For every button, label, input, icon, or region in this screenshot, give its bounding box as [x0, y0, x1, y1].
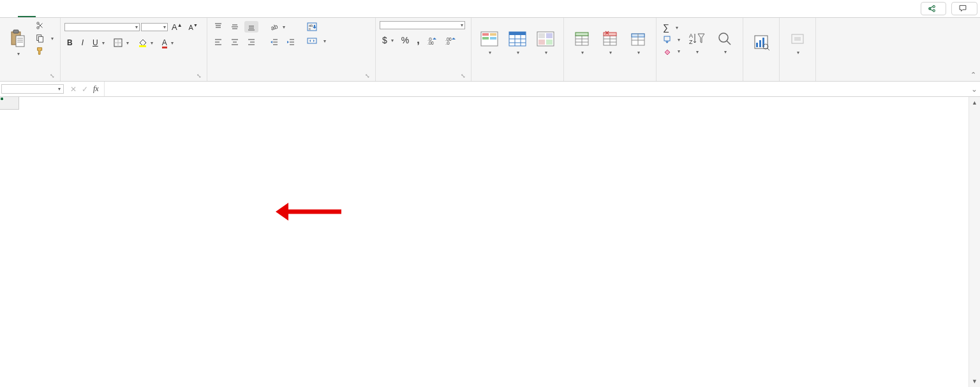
tab-formulas[interactable]: [71, 0, 89, 17]
svg-text:A: A: [689, 33, 693, 39]
scroll-down-icon[interactable]: ▼: [969, 376, 980, 387]
cut-button[interactable]: [33, 20, 56, 31]
accounting-button[interactable]: $▾: [380, 34, 396, 47]
align-middle-button[interactable]: [228, 21, 242, 33]
tab-view[interactable]: [125, 0, 143, 17]
dialog-launcher-icon[interactable]: ⤡: [365, 73, 370, 79]
tab-developer[interactable]: [143, 0, 161, 17]
dialog-launcher-icon[interactable]: ⤡: [461, 73, 466, 79]
increase-font-button[interactable]: A▲: [169, 21, 185, 33]
bold-icon: B: [67, 38, 73, 47]
dialog-launcher-icon[interactable]: ⤡: [197, 73, 202, 79]
delete-cells-button[interactable]: ▾: [596, 20, 624, 66]
scroll-up-icon[interactable]: ▲: [969, 97, 980, 108]
sort-filter-button[interactable]: AZ ▾: [683, 20, 711, 66]
wrap-text-button[interactable]: abc: [304, 21, 329, 33]
autosum-button[interactable]: ∑▾: [660, 21, 683, 34]
merge-center-button[interactable]: ▾: [304, 35, 329, 47]
share-button[interactable]: [921, 2, 946, 15]
sigma-icon: ∑: [663, 22, 669, 33]
font-color-button[interactable]: A▾: [160, 37, 176, 48]
underline-button[interactable]: U▾: [90, 37, 107, 48]
align-top-button[interactable]: [211, 21, 225, 33]
expand-formula-bar[interactable]: ⌄: [969, 85, 980, 94]
align-right-button[interactable]: [244, 36, 258, 48]
increase-indent-button[interactable]: [284, 36, 298, 48]
number-format-select[interactable]: ▾: [380, 21, 465, 29]
font-name-select[interactable]: ▾: [64, 23, 140, 31]
tab-data[interactable]: [89, 0, 107, 17]
tab-help[interactable]: [161, 0, 179, 17]
tab-review[interactable]: [107, 0, 125, 17]
cancel-formula-icon[interactable]: ✕: [70, 85, 77, 94]
decrease-font-icon: A▼: [189, 23, 198, 31]
decrease-font-button[interactable]: A▼: [186, 22, 200, 33]
decrease-decimal-button[interactable]: .00.0: [443, 34, 458, 46]
fill-button[interactable]: ▾: [660, 34, 683, 45]
comments-button[interactable]: [951, 2, 977, 15]
search-icon: [717, 31, 732, 47]
conditional-formatting-button[interactable]: ▾: [475, 20, 503, 66]
fx-icon[interactable]: fx: [93, 84, 99, 94]
chevron-down-icon: ▾: [51, 36, 54, 41]
increase-decimal-button[interactable]: .0.00: [425, 34, 440, 46]
italic-icon: I: [82, 38, 84, 47]
formula-input[interactable]: [105, 88, 969, 91]
analyze-data-button[interactable]: [747, 20, 775, 66]
fill-color-button[interactable]: ▾: [135, 37, 156, 48]
copy-button[interactable]: ▾: [33, 33, 56, 44]
name-box[interactable]: ▾: [1, 84, 64, 94]
group-sensitivity: ▾: [780, 18, 816, 81]
clear-button[interactable]: ▾: [660, 46, 683, 57]
svg-rect-59: [538, 33, 545, 38]
cell-styles-icon: [536, 31, 555, 47]
svg-line-89: [768, 48, 769, 50]
tab-page-layout[interactable]: [54, 0, 71, 17]
collapse-ribbon-button[interactable]: ⌃: [970, 71, 976, 79]
vertical-scrollbar[interactable]: ▲ ▼: [969, 97, 980, 387]
align-left-button[interactable]: [211, 36, 225, 48]
paste-icon: [10, 29, 26, 48]
format-cells-button[interactable]: ▾: [624, 20, 652, 66]
orientation-button[interactable]: ab▾: [267, 21, 288, 33]
dollar-icon: $: [382, 35, 387, 45]
format-as-table-button[interactable]: ▾: [503, 20, 531, 66]
select-all-corner[interactable]: [0, 97, 19, 110]
paste-button[interactable]: ▾: [4, 20, 32, 66]
delete-cells-icon: [602, 31, 618, 47]
decrease-indent-button[interactable]: [267, 36, 281, 48]
svg-rect-48: [482, 33, 489, 36]
chevron-down-icon: ▾: [17, 51, 20, 57]
tab-insert[interactable]: [36, 0, 54, 17]
share-icon: [928, 4, 936, 13]
group-clipboard: ▾ ▾ ⤡: [0, 18, 61, 81]
tab-file[interactable]: [0, 0, 18, 17]
tab-home[interactable]: [18, 0, 36, 17]
increase-font-icon: A▲: [172, 22, 182, 32]
italic-button[interactable]: I: [79, 37, 86, 48]
underline-icon: U: [93, 38, 98, 47]
font-color-icon: A: [162, 38, 167, 47]
comma-button[interactable]: ,: [414, 33, 422, 47]
svg-text:.0: .0: [445, 40, 450, 45]
enter-formula-icon[interactable]: ✓: [82, 85, 88, 94]
format-painter-button[interactable]: [33, 45, 56, 57]
copy-icon: [36, 34, 45, 43]
bold-button[interactable]: B: [64, 37, 75, 48]
red-arrow-annotation: [274, 199, 345, 224]
svg-line-83: [727, 41, 731, 45]
svg-rect-79: [664, 36, 670, 41]
cell-styles-button[interactable]: ▾: [531, 20, 560, 66]
font-size-select[interactable]: ▾: [141, 23, 168, 31]
align-center-icon: [230, 38, 239, 47]
spreadsheet-grid[interactable]: ▲ ▼: [0, 97, 980, 387]
fill-down-icon: [663, 36, 671, 44]
find-select-button[interactable]: ▾: [711, 20, 739, 66]
align-center-button[interactable]: [228, 36, 242, 48]
align-bottom-button[interactable]: [244, 21, 258, 33]
borders-button[interactable]: ▾: [111, 37, 131, 48]
sensitivity-icon: [789, 31, 806, 47]
percent-button[interactable]: %: [399, 34, 412, 47]
dialog-launcher-icon[interactable]: ⤡: [50, 73, 55, 79]
insert-cells-button[interactable]: ▾: [568, 20, 596, 66]
